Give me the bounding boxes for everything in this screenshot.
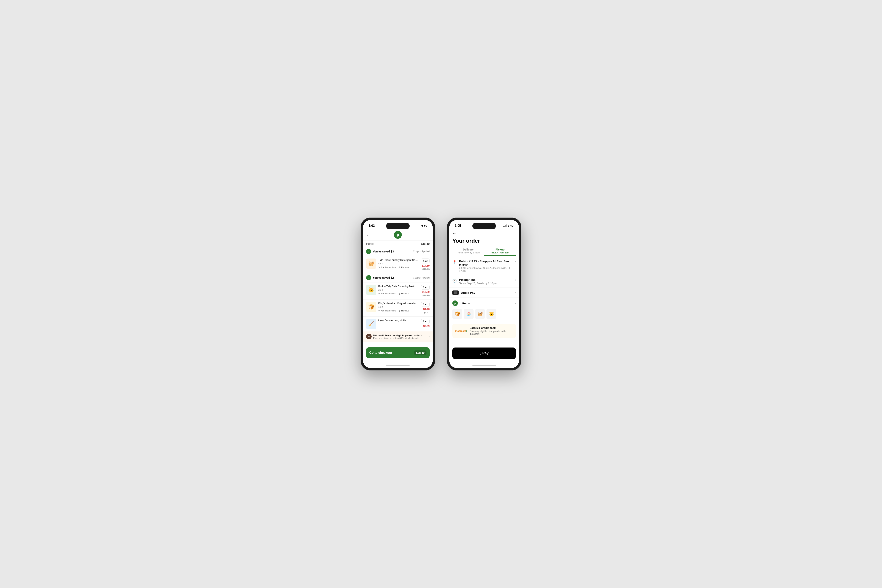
item-price-4: $6.39: [423, 325, 430, 327]
back-button-2[interactable]: ←: [452, 231, 456, 236]
checkout-label: Go to checkout: [369, 351, 392, 355]
item-details-4: Lysol Disinfectant, Multi-...: [378, 319, 419, 322]
home-bar-2: [472, 365, 496, 366]
promo-icon: ✦: [366, 334, 372, 339]
publix-circle-items: p: [452, 300, 458, 306]
dynamic-island-2: [472, 223, 496, 230]
promo-left: ✦ 5% credit back on eligible pickup orde…: [366, 334, 422, 339]
savings-text-1: You've saved $3: [373, 250, 394, 253]
item-sub-2: 20 lb: [378, 288, 419, 291]
promo-main-text: 5% credit back on eligible pickup orders: [373, 334, 422, 337]
item-name-4: Lysol Disinfectant, Multi-...: [378, 319, 419, 322]
checkout-section: Go to checkout $38.40: [363, 347, 433, 362]
tab-pickup[interactable]: Pickup FREE • From 2pm: [484, 246, 516, 256]
cart-item-3: 🍞 King's Hawaiian Original Hawaiian Swee…: [363, 300, 433, 316]
status-icons-2: ⊗ 5G: [503, 224, 513, 227]
back-button-1[interactable]: ←: [366, 232, 370, 237]
time-2: 1:05: [455, 224, 461, 228]
payment-content: Apple Pay: [461, 291, 513, 294]
instacart-logo: instacart+: [455, 330, 467, 332]
signal-bar-1: [417, 226, 417, 227]
instacart-promo[interactable]: instacart+ Earn 5% credit back On every …: [452, 324, 516, 338]
items-section[interactable]: p 4 items › 🍞 🧁 🧺 🐱: [449, 298, 519, 321]
signal-bar-4: [420, 224, 420, 227]
item-qty-1[interactable]: 1 ct: [421, 258, 430, 263]
signal-bars-1: [417, 224, 420, 227]
savings-text-2: You've saved $2: [373, 276, 394, 279]
dynamic-island-1: [386, 223, 410, 230]
signal-bar-3: [418, 225, 419, 227]
item-right-4: 2 ct $6.39: [421, 319, 430, 327]
savings-banner-1: ✓ You've saved $3 Coupon Applied: [363, 247, 433, 256]
signal-bar-2: [418, 226, 418, 227]
instacart-sub: On every eligible pickup order with Inst…: [470, 330, 513, 335]
order-scroll[interactable]: 📍 Publix #1223 - Shoppes At East San Mar…: [449, 257, 519, 348]
apple-pay-label: Pay: [482, 351, 489, 356]
preview-item-1: 🍞: [452, 309, 462, 319]
cart-scroll[interactable]: ✓ You've saved $3 Coupon Applied 🧺 Tide …: [363, 247, 433, 347]
item-name-1: Tide Pods Laundry Detergent Soap Pods, O…: [378, 258, 419, 262]
pickup-label: Pickup time: [459, 278, 513, 282]
pickup-time-section[interactable]: 🕐 Pickup time Today, Sep 25, Ready by 2:…: [449, 275, 519, 288]
home-indicator-2: [449, 362, 519, 368]
tab-delivery[interactable]: Delivery From $3.99 • By 2:35pm: [452, 246, 484, 256]
add-instructions-1[interactable]: ✎ Add Instructions: [378, 266, 396, 269]
store-chevron-icon: ›: [515, 260, 516, 263]
add-instructions-2[interactable]: ✎ Add Instructions: [378, 292, 396, 295]
item-actions-2: ✎ Add Instructions 🗑 Remove: [378, 292, 419, 295]
cart-store-name: Publix: [366, 242, 374, 245]
signal-bars-2: [503, 224, 507, 227]
payment-section[interactable]: Apple Pay ›: [449, 288, 519, 298]
item-price-2: $12.89: [422, 291, 430, 293]
savings-icon-1: ✓: [366, 249, 371, 254]
item-old-price-3: $5.97: [424, 311, 430, 314]
home-indicator-1: [363, 362, 433, 368]
status-icons-1: ⊗ 5G: [417, 224, 427, 227]
preview-item-4: 🐱: [486, 309, 496, 319]
item-qty-3[interactable]: 1 ct: [421, 302, 430, 307]
payment-chevron-icon: ›: [515, 291, 516, 294]
cart-item-2: 🐱 Purina Tidy Cats Clumping Multi Cat Li…: [363, 282, 433, 300]
phone-2-frame: 1:05 ⊗ 5G ← Your order: [447, 218, 521, 370]
time-1: 1:03: [369, 224, 375, 228]
apple-logo-icon: : [480, 351, 481, 356]
payment-card-icon: [452, 291, 459, 295]
store-content: Publix #1223 - Shoppes At East San Marco…: [459, 260, 513, 273]
cart-total: $38.40: [421, 242, 430, 245]
remove-btn-1[interactable]: 🗑 Remove: [399, 266, 409, 268]
phone-1-frame: 1:03 ⊗ 5G ← p: [361, 218, 435, 370]
wifi-icon-2: ⊗: [507, 224, 509, 227]
item-img-4: 🧹: [366, 319, 376, 329]
coupon-label-2: Coupon Applied: [413, 276, 430, 279]
item-details-1: Tide Pods Laundry Detergent Soap Pods, O…: [378, 258, 419, 269]
instacart-logo-container: instacart+: [455, 329, 467, 333]
battery-5g-1: 5G: [424, 224, 427, 227]
promo-banner[interactable]: ✦ 5% credit back on eligible pickup orde…: [363, 332, 433, 342]
remove-btn-3[interactable]: 🗑 Remove: [399, 309, 409, 312]
preview-item-2: 🧁: [464, 309, 474, 319]
item-qty-4[interactable]: 2 ct: [421, 319, 430, 324]
tab-delivery-label: Delivery: [452, 248, 484, 251]
phone-2-screen: 1:05 ⊗ 5G ← Your order: [449, 220, 519, 368]
item-price-1: $14.69: [422, 264, 430, 267]
order-title: Your order: [449, 237, 519, 246]
signal-bar-7: [505, 225, 506, 227]
checkout-button[interactable]: Go to checkout $38.40: [366, 347, 430, 358]
item-details-2: Purina Tidy Cats Clumping Multi Cat Litt…: [378, 285, 419, 295]
clock-icon: 🕐: [452, 279, 457, 283]
apple-pay-button[interactable]:  Pay: [452, 348, 516, 359]
phones-container: 1:03 ⊗ 5G ← p: [361, 218, 521, 370]
items-header: p 4 items ›: [449, 298, 519, 308]
item-qty-2[interactable]: 1 ct: [421, 285, 430, 290]
item-name-3: King's Hawaiian Original Hawaiian Sweet …: [378, 302, 419, 305]
store-section[interactable]: 📍 Publix #1223 - Shoppes At East San Mar…: [449, 257, 519, 275]
add-instructions-3[interactable]: ✎ Add Instructions: [378, 309, 396, 312]
item-price-3: $4.43: [423, 308, 430, 310]
item-img-3: 🍞: [366, 302, 376, 312]
pickup-chevron-icon: ›: [515, 278, 516, 282]
store-name: Publix #1223 - Shoppes At East San Marco: [459, 260, 513, 266]
remove-btn-2[interactable]: 🗑 Remove: [399, 292, 409, 295]
item-sub-1: 42 ct: [378, 262, 419, 265]
publix-logo: p: [394, 231, 402, 239]
savings-icon-2: ✓: [366, 275, 371, 280]
